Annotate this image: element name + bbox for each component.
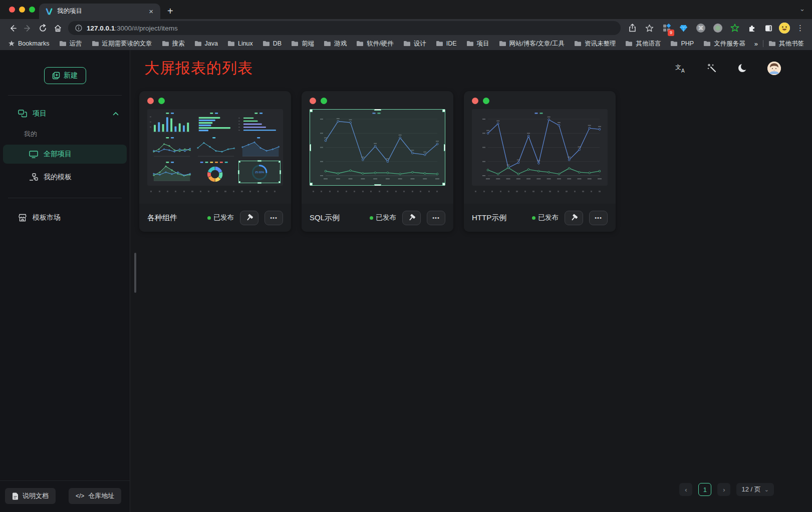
status-badge: 已发布 [532,213,559,222]
bookmark-folder[interactable]: 网站/博客/文章/工具 [499,40,565,48]
bookmark-folder[interactable]: 其他语言 [625,40,661,48]
bookmark-folder[interactable]: IDE [436,40,457,47]
bookmark-folder[interactable]: 运营 [59,40,82,48]
bookmark-star-icon[interactable] [643,22,656,35]
card-decoration-dots [464,91,616,104]
close-window-button[interactable] [9,7,15,13]
red-dot [310,98,316,104]
bookmark-folder[interactable]: 文件服务器 [703,40,745,48]
other-bookmarks-folder[interactable]: 其他书签 [768,40,804,48]
folder-icon [625,41,633,47]
green-dot [158,98,165,104]
mini-line-chart [150,136,192,159]
sidebar-footer: 说明文档 </> 仓库地址 [0,480,130,512]
more-options-button[interactable]: ••• [589,211,608,225]
tab-close-icon[interactable]: × [147,7,155,16]
sidebar-item-template-market[interactable]: 模板市场 [0,209,130,226]
bookmark-folder[interactable]: 资讯未整理 [574,40,616,48]
create-plus-icon [52,72,60,80]
document-icon [12,492,19,500]
extension-grid-icon[interactable]: 9 [660,22,673,35]
bookmark-folder[interactable]: PHP [670,40,694,47]
mini-bar-chart [150,112,192,134]
site-info-icon[interactable] [75,25,82,32]
current-page-button[interactable]: 1 [698,483,711,496]
sidebar-item-my-templates[interactable]: 我的模板 [0,168,130,187]
folder-icon [356,41,364,47]
command-extension-icon[interactable]: ⌘ [694,22,707,35]
back-icon[interactable] [5,21,20,35]
edit-hammer-button[interactable] [402,211,421,225]
docs-button[interactable]: 说明文档 [5,488,56,504]
bookmark-folder[interactable]: DB [262,40,282,47]
address-bar[interactable]: 127.0.0.1:3000/#/project/items [68,21,621,35]
zoom-window-button[interactable] [29,7,35,13]
magic-wand-icon[interactable] [705,62,718,75]
hammer-icon [245,214,253,222]
project-card[interactable]: SQL示例 已发布 ••• [302,91,453,232]
folder-icon [768,41,776,47]
dark-mode-moon-icon[interactable] [736,62,749,75]
page-size-select[interactable]: 12 / 页 ⌄ [736,483,774,496]
puzzle-extensions-icon[interactable] [745,22,758,35]
gem-extension-icon[interactable] [677,22,690,35]
chevron-up-icon[interactable] [113,112,119,116]
user-avatar[interactable] [767,62,781,75]
tab-search-icon[interactable]: ⌄ [799,5,805,13]
sidebar-item-all-projects[interactable]: 全部项目 [3,145,127,164]
hammer-icon [570,214,578,222]
next-page-button[interactable]: › [717,483,730,496]
page-header: 大屏报表的列表 文A [130,50,812,83]
project-name: HTTP示例 [472,213,506,223]
green-star-extension-icon[interactable] [728,22,741,35]
reload-icon[interactable] [35,21,50,35]
project-card[interactable]: HTTP示例 已发布 ••• [464,91,616,232]
tab-title: 我的项目 [57,7,143,16]
bookmark-folder[interactable]: Java [194,40,218,47]
repository-button[interactable]: </> 仓库地址 [69,488,121,504]
sidebar-group-project[interactable]: 项目 [0,107,130,121]
forward-icon[interactable] [20,21,35,35]
more-options-button[interactable]: ••• [264,211,283,225]
new-tab-button[interactable]: + [160,6,179,19]
bookmarks-manager[interactable]: Bookmarks [8,40,50,47]
pagination: ‹ 1 › 12 / 页 ⌄ [679,483,774,496]
dotted-divider [313,191,442,192]
card-footer: 各种组件 已发布 ••• [139,204,291,232]
share-icon[interactable] [626,22,639,35]
language-translate-icon[interactable]: 文A [674,62,687,75]
bookmark-folder[interactable]: 搜索 [162,40,185,48]
edit-hammer-button[interactable] [565,211,583,225]
prev-page-button[interactable]: ‹ [679,483,692,496]
more-options-button[interactable]: ••• [427,211,445,225]
bookmark-folder[interactable]: Linux [227,40,253,47]
bookmark-folder[interactable]: 软件/硬件 [356,40,393,48]
folder-icon [194,41,202,47]
bookmark-folder[interactable]: 设计 [403,40,426,48]
project-card[interactable]: 25.00% 各种组件 已发布 ••• [139,91,291,232]
card-decoration-dots [302,91,453,104]
bookmark-folder[interactable]: 游戏 [324,40,347,48]
bookmark-folder[interactable]: 近期需要读的文章 [92,40,152,48]
edit-hammer-button[interactable] [240,211,258,225]
store-icon [18,214,27,222]
circle-extension-icon[interactable] [711,22,724,35]
scrollbar-thumb[interactable] [134,253,136,293]
home-icon[interactable] [50,21,65,35]
mini-hline-chart [238,112,281,134]
bookmarks-overflow-icon[interactable]: » [754,40,758,48]
minimize-window-button[interactable] [19,7,25,13]
sidebar-panel-icon[interactable] [762,22,775,35]
mini-gauge-chart: 25.00% [238,161,281,183]
sidebar-divider [8,198,122,198]
url-path: :3000/#/project/items [115,25,177,32]
folder-icon [262,41,270,47]
mini-hbar-chart [194,112,236,134]
new-project-button[interactable]: 新建 [44,67,86,84]
svg-text:A: A [681,68,685,73]
browser-tab[interactable]: 我的项目 × [39,4,160,19]
bookmark-folder[interactable]: 项目 [466,40,489,48]
bookmark-folder[interactable]: 前端 [291,40,314,48]
profile-avatar-icon[interactable] [779,23,790,34]
browser-menu-icon[interactable]: ⋮ [793,22,807,35]
